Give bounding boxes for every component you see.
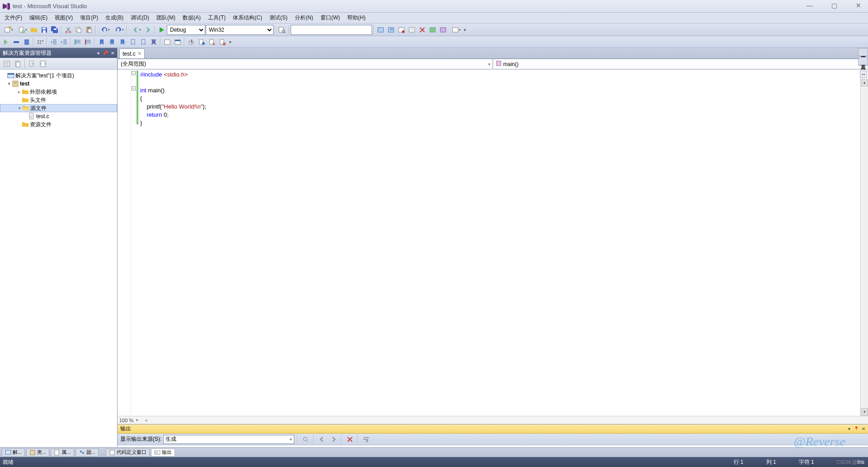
btab-output[interactable]: 输出	[151, 448, 175, 457]
new-project-button[interactable]	[1, 25, 14, 35]
uncomment-button[interactable]	[83, 37, 93, 47]
minimize-button[interactable]: —	[802, 1, 817, 10]
menu-data[interactable]: 数据(A)	[179, 13, 204, 23]
tab-test-c[interactable]: test.c ✕	[119, 48, 145, 58]
solution-tree[interactable]: 解决方案"test"(1 个项目) ▾ test ▸ 外部依赖项 头文件 ▾ 源…	[0, 70, 117, 447]
btab-team-explorer[interactable]: 团...	[75, 448, 99, 457]
fold-toggle-icon[interactable]: −	[132, 86, 136, 91]
display-class-button[interactable]	[35, 37, 45, 47]
step-into-button[interactable]	[1, 37, 11, 47]
menu-test[interactable]: 测试(S)	[266, 13, 291, 23]
tb-misc-2[interactable]	[386, 25, 396, 35]
add-item-button[interactable]	[15, 25, 28, 35]
increase-indent-button[interactable]	[59, 37, 69, 47]
menu-analyze[interactable]: 分析(N)	[291, 13, 317, 23]
fold-toggle-icon[interactable]: −	[132, 71, 136, 75]
menu-tools[interactable]: 工具(T)	[204, 13, 229, 23]
menu-file[interactable]: 文件(F)	[1, 13, 26, 23]
menu-debug[interactable]: 调试(D)	[127, 13, 153, 23]
close-button[interactable]: ✕	[851, 1, 866, 10]
se-refresh-button[interactable]	[27, 59, 37, 69]
vertical-scrollbar[interactable]: ▴ ▾	[860, 79, 868, 416]
tb2-nav-3[interactable]	[207, 37, 217, 47]
panel-pin-icon[interactable]: 📌	[102, 49, 109, 57]
btab-code-definition[interactable]: 代码定义窗口	[106, 448, 150, 457]
toolbar2-overflow[interactable]: ▾	[228, 37, 232, 47]
btab-class-view[interactable]: 类...	[26, 448, 49, 457]
bookmark-prev-button[interactable]	[107, 37, 117, 47]
scroll-up-icon[interactable]: ▴	[861, 79, 868, 86]
open-file-button[interactable]	[29, 25, 39, 35]
tb-misc-1[interactable]	[376, 25, 386, 35]
paste-button[interactable]	[84, 25, 94, 35]
tree-folder-resources[interactable]: 资源文件	[0, 120, 117, 129]
output-title-bar[interactable]: 输出 ▾ 📍 ✕	[118, 424, 868, 434]
tree-solution-node[interactable]: 解决方案"test"(1 个项目)	[0, 71, 117, 80]
tb-misc-6[interactable]	[428, 25, 438, 35]
bookmark-clear-button[interactable]	[149, 37, 159, 47]
redo-button[interactable]	[112, 25, 125, 35]
scroll-down-icon[interactable]: ▾	[861, 408, 868, 416]
menu-view[interactable]: 视图(V)	[51, 13, 76, 23]
toolbox-tab[interactable]: 工具箱	[858, 57, 868, 65]
output-pin-icon[interactable]: 📍	[853, 425, 860, 433]
tree-folder-external[interactable]: ▸ 外部依赖项	[0, 88, 117, 96]
split-editor-button[interactable]: ↔	[860, 71, 867, 78]
menu-architecture[interactable]: 体系结构(C)	[229, 13, 266, 23]
menu-team[interactable]: 团队(M)	[153, 13, 179, 23]
output-next-button[interactable]	[329, 434, 339, 444]
tree-folder-sources[interactable]: ▾ 源文件	[0, 104, 117, 112]
menu-build[interactable]: 生成(B)	[102, 13, 127, 23]
bookmark-next-folder-button[interactable]	[138, 37, 148, 47]
comment-button[interactable]	[73, 37, 83, 47]
se-properties-button[interactable]	[2, 59, 12, 69]
tb2-cancel-button[interactable]	[217, 37, 227, 47]
output-find-button[interactable]	[301, 434, 311, 444]
member-combo[interactable]: main()	[493, 59, 868, 69]
output-source-combo[interactable]: 生成	[163, 435, 294, 444]
nav-back-button[interactable]	[129, 25, 142, 35]
output-content[interactable]	[118, 445, 868, 447]
tab-close-icon[interactable]: ✕	[137, 51, 142, 57]
tb2-nav-2[interactable]	[197, 37, 207, 47]
solution-platform-combo[interactable]: Win32	[206, 25, 274, 35]
output-close-icon[interactable]: ✕	[860, 425, 867, 433]
bookmark-next-button[interactable]	[118, 37, 127, 47]
menu-help[interactable]: 帮助(H)	[344, 13, 369, 23]
hscroll-left-icon[interactable]: ◂	[145, 417, 147, 423]
tree-project-node[interactable]: ▾ test	[0, 80, 117, 88]
tb2-nav-1[interactable]	[186, 37, 196, 47]
output-clear-button[interactable]	[345, 434, 355, 444]
tree-folder-headers[interactable]: 头文件	[0, 96, 117, 104]
menu-edit[interactable]: 编辑(E)	[26, 13, 51, 23]
bookmark-prev-folder-button[interactable]	[128, 37, 138, 47]
start-debug-button[interactable]	[156, 25, 166, 35]
solution-explorer-title[interactable]: 解决方案资源管理器 ▾ 📌 ✕	[0, 48, 117, 58]
toggle-bookmark-button[interactable]	[22, 37, 32, 47]
save-all-button[interactable]	[50, 25, 60, 35]
se-code-button[interactable]	[38, 59, 48, 69]
copy-button[interactable]	[74, 25, 84, 35]
tb-misc-5[interactable]	[417, 25, 427, 35]
output-dropdown-icon[interactable]: ▾	[845, 425, 853, 433]
undo-button[interactable]	[98, 25, 111, 35]
bookmark-toggle-button[interactable]	[97, 37, 107, 47]
decrease-indent-button[interactable]	[49, 37, 59, 47]
menu-project[interactable]: 项目(P)	[76, 13, 102, 23]
menu-window[interactable]: 窗口(W)	[317, 13, 344, 23]
scope-combo[interactable]: (全局范围)	[118, 59, 493, 69]
panel-close-icon[interactable]: ✕	[109, 49, 116, 57]
server-explorer-tab[interactable]: 服务器资源管理器	[858, 48, 868, 56]
editor-gutter[interactable]	[118, 70, 131, 416]
nav-forward-button[interactable]	[143, 25, 153, 35]
output-wrap-button[interactable]	[361, 434, 371, 444]
output-prev-button[interactable]	[317, 434, 327, 444]
tb-misc-7[interactable]	[438, 25, 448, 35]
code-editor[interactable]: − − #include <stdio.h> int main() { prin…	[118, 70, 868, 416]
tb-misc-3[interactable]	[396, 25, 406, 35]
find-in-files-button[interactable]	[277, 25, 287, 35]
breakpoint-button[interactable]	[11, 37, 21, 47]
tb-misc-8[interactable]	[448, 25, 462, 35]
panel-dropdown-icon[interactable]: ▾	[94, 49, 102, 57]
tb2-window-2[interactable]	[173, 37, 183, 47]
